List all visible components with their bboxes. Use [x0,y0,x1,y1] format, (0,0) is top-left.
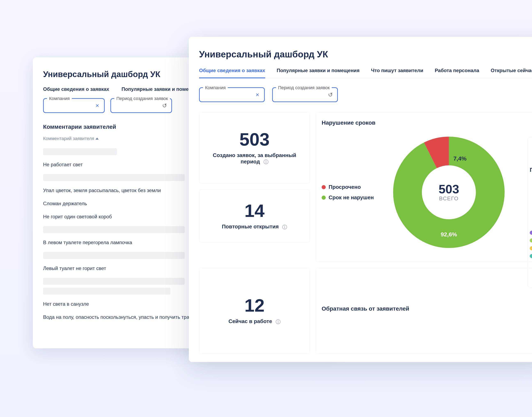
close-icon[interactable]: × [96,102,99,109]
donut-center: 503 ВСЕГО [439,183,459,202]
donut-label-red: 7,4% [453,156,467,162]
tab-open-now[interactable]: Открытые сейчас заявки [491,68,532,78]
filter-period-label: Период создания заявок [114,96,170,101]
dot-red-icon [322,185,326,189]
metric-inwork-label: Сейчас в работе ⓘ [228,318,281,325]
tab-general-back[interactable]: Общие сведения о заявках [43,86,109,92]
filter-period-label: Период создания заявок [276,85,332,90]
comments-sort-header[interactable]: Комментарий заявителя [43,136,99,141]
legend-ontime: Срок не нарушен [322,194,385,201]
redacted-bar [43,252,185,259]
tabs-front: Общие сведения о заявках Популярные заяв… [199,68,532,78]
dot-purple-icon [530,231,532,235]
info-icon[interactable]: ⓘ [276,319,281,324]
dot-green-icon [322,196,326,200]
info-icon[interactable]: ⓘ [282,224,287,230]
tab-feedback-text[interactable]: Что пишут заявители [371,68,423,78]
tab-general[interactable]: Общие сведения о заявках [199,68,265,78]
legend-overdue: Просрочено [322,184,385,190]
caret-up-icon [96,137,99,140]
donut-legend: Просрочено Срок не нарушен [322,184,385,201]
redacted-bar [43,278,185,285]
filters-front: Компания × Период создания заявок ↺ [199,87,532,102]
redacted-bar [43,148,117,155]
feedback-card: Обратная связь от заявителей [316,268,532,354]
peek-right-title: Полу [530,167,532,173]
filter-period[interactable]: Период создания заявок ↺ [272,87,338,102]
donut-label-green: 92,6% [441,231,457,238]
cards-row-2: 12 Сейчас в работе ⓘ Обратная связь от з… [199,268,532,354]
dot-lime-icon [530,239,532,242]
metric-created-card: 503 Создано заявок, за выбранный период … [199,112,310,184]
dot-teal-icon [530,254,532,258]
tab-staff-work[interactable]: Работа персонала [435,68,479,78]
filter-company-back[interactable]: Компания × [43,98,105,113]
filter-company[interactable]: Компания × [199,87,265,102]
filter-company-label: Компания [47,96,72,101]
violation-card: Нарушение сроков Просрочено Срок не нару… [316,112,532,262]
page-title: Универсальный дашборд УК [199,49,532,60]
cards-row-1: 503 Создано заявок, за выбранный период … [199,112,532,262]
redacted-bar [43,174,185,181]
refresh-icon[interactable]: ↺ [162,102,167,109]
tab-popular[interactable]: Популярные заявки и помещения [277,68,359,78]
refresh-icon[interactable]: ↺ [328,92,333,98]
comments-sort-label: Комментарий заявителя [43,136,94,141]
donut-total-value: 503 [439,183,459,195]
metric-created-label: Создано заявок, за выбранный период ⓘ [205,152,304,165]
metric-reopened-card: 14 Повторные открытия ⓘ [199,189,310,243]
dot-yellow-icon [530,246,532,250]
donut-wrap: Просрочено Срок не нарушен 503 ВСЕГО [322,130,532,254]
filter-period-back[interactable]: Период создания заявок ↺ [110,98,172,113]
metric-reopened-value: 14 [244,202,265,220]
metric-inwork-value: 12 [244,296,265,314]
filter-company-label: Компания [203,85,228,90]
redacted-bar [43,288,170,295]
donut-chart: 503 ВСЕГО 7,4% 92,6% [391,135,506,250]
peek-right-card: Полу [528,137,532,287]
close-icon[interactable]: × [256,91,259,98]
metric-inwork-card: 12 Сейчас в работе ⓘ [199,268,310,354]
info-icon[interactable]: ⓘ [263,159,269,165]
dashboard-front-card: Универсальный дашборд УК Общие сведения … [189,37,532,362]
feedback-title: Обратная связь от заявителей [322,305,532,312]
metric-created-value: 503 [239,130,270,148]
redacted-bar [43,226,185,233]
metrics-column: 503 Создано заявок, за выбранный период … [199,112,310,262]
violation-title: Нарушение сроков [322,120,532,126]
metric-reopened-label: Повторные открытия ⓘ [222,223,287,230]
peek-legend-dots [530,231,532,258]
donut-total-label: ВСЕГО [439,195,459,202]
metrics-column-2: 12 Сейчас в работе ⓘ [199,268,310,354]
